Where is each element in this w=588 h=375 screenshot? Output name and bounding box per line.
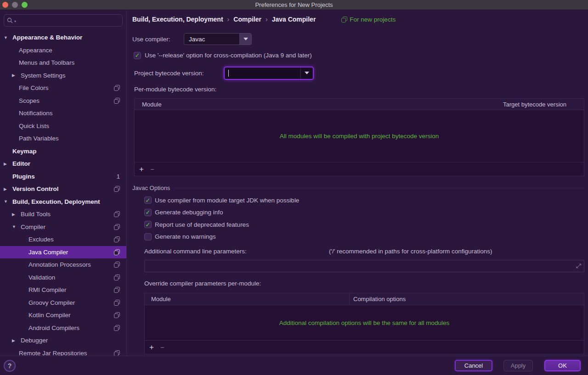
sidebar-item-appearance[interactable]: Appearance [0,44,126,57]
sidebar-item-excludes[interactable]: Excludes [0,233,126,246]
search-icon [7,17,13,24]
use-compiler-select[interactable]: Javac [184,33,252,45]
sidebar-item-appearance-behavior[interactable]: ▼Appearance & Behavior [0,31,126,44]
sidebar-item-system-settings[interactable]: ▶System Settings [0,69,126,82]
chevron-down-icon[interactable] [239,34,251,45]
sidebar-item-groovy-compiler[interactable]: Groovy Compiler [0,297,126,309]
breadcrumb-separator: › [266,16,268,23]
cancel-button[interactable]: Cancel [455,360,492,371]
expand-icon[interactable]: ⤢ [576,262,581,270]
breadcrumb-item[interactable]: Compiler [233,16,261,23]
shared-settings-icon [114,312,120,318]
add-button[interactable]: + [149,343,154,351]
override-table-empty-text: Additional compilation options will be t… [145,305,584,340]
text-caret [228,70,229,77]
shared-settings-icon [114,287,120,293]
remove-button[interactable]: − [150,166,154,173]
sidebar-item-annotation-processors[interactable]: Annotation Processors [0,258,126,271]
project-bytecode-label: Project bytecode version: [134,70,224,77]
column-header-module[interactable]: Module [145,293,350,305]
sidebar-item-scopes[interactable]: Scopes [0,95,126,107]
close-button[interactable] [2,2,8,8]
chevron-down-icon[interactable]: ▼ [4,199,12,204]
zoom-button[interactable] [22,2,28,8]
shared-settings-icon [114,262,120,268]
sidebar-item-label: Quick Lists [19,123,49,129]
shared-settings-icon [114,325,120,331]
cmd-params-label: Additional command line parameters: [144,248,329,255]
remove-button[interactable]: − [160,344,164,351]
chevron-right-icon[interactable]: ▶ [4,162,12,166]
sidebar-item-validation[interactable]: Validation [0,271,126,284]
shared-settings-icon [114,186,120,192]
sidebar-item-notifications[interactable]: Notifications [0,107,126,120]
option-row-generate-no-warnings: Generate no warnings [144,231,584,243]
chevron-right-icon[interactable]: ▶ [4,187,12,191]
sidebar-item-label: Build Tools [21,211,51,218]
minimize-button[interactable] [12,2,18,8]
generate-no-warnings-checkbox[interactable] [144,233,152,241]
search-options-icon[interactable]: ▾ [14,19,16,23]
per-module-table: Module Target bytecode version All modul… [134,98,584,176]
sidebar-item-file-colors[interactable]: File Colors [0,82,126,95]
settings-search[interactable]: ▾ [4,14,123,27]
apply-button[interactable]: Apply [503,360,533,371]
ok-button[interactable]: OK [544,360,581,371]
chevron-right-icon[interactable]: ▶ [12,212,21,217]
checkbox-label: Use compiler from module target JDK when… [155,197,299,204]
sidebar-item-kotlin-compiler[interactable]: Kotlin Compiler [0,309,126,322]
sidebar-item-label: Build, Execution, Deployment [12,198,100,205]
sidebar-item-debugger[interactable]: ▶Debugger [0,334,126,347]
search-input[interactable] [17,17,119,24]
sidebar-item-menus-and-toolbars[interactable]: Menus and Toolbars [0,56,126,69]
column-header-compilation-options[interactable]: Compilation options [350,293,584,305]
sidebar-item-editor[interactable]: ▶Editor [0,157,126,170]
sidebar-item-rmi-compiler[interactable]: RMI Compiler [0,284,126,297]
add-button[interactable]: + [139,165,144,173]
option-row-report-use-of-deprecated-features: Report use of deprecated features [144,218,584,231]
sidebar-item-path-variables[interactable]: Path Variables [0,132,126,145]
dialog-footer: ? Cancel Apply OK [0,356,588,375]
shared-settings-icon [114,236,120,242]
settings-tree: ▼Appearance & BehaviorAppearanceMenus an… [0,31,126,356]
project-bytecode-combobox[interactable] [224,67,314,80]
for-new-projects-label: For new projects [350,16,396,23]
breadcrumb-separator: › [227,16,230,23]
java-compiler-panel: Build, Execution, Deployment›Compiler›Ja… [127,10,588,356]
breadcrumb-item[interactable]: Java Compiler [272,16,316,23]
sidebar-item-quick-lists[interactable]: Quick Lists [0,120,126,133]
breadcrumb: Build, Execution, Deployment›Compiler›Ja… [132,16,316,23]
column-header-target-bytecode[interactable]: Target bytecode version [503,99,584,110]
sidebar-item-java-compiler[interactable]: Java Compiler [0,246,126,259]
report-use-of-deprecated-features-checkbox[interactable] [144,221,152,228]
sidebar-item-plugins[interactable]: Plugins1 [0,170,126,183]
sidebar-item-compiler[interactable]: ▼Compiler [0,221,126,234]
shared-settings-icon [114,249,120,255]
chevron-right-icon[interactable]: ▶ [12,73,21,78]
chevron-down-icon[interactable]: ▼ [12,224,21,229]
checkbox-label: Generate debugging info [155,209,223,216]
sidebar-item-build-tools[interactable]: ▶Build Tools [0,208,126,221]
chevron-down-icon[interactable]: ▼ [4,35,12,40]
sidebar-item-label: Appearance [19,47,52,54]
release-option-checkbox[interactable] [134,52,141,59]
chevron-right-icon[interactable]: ▶ [12,338,21,343]
sidebar-item-remote-jar-repositories[interactable]: Remote Jar Repositories [0,347,126,356]
column-header-module[interactable]: Module [135,99,503,110]
sidebar-item-version-control[interactable]: ▶Version Control [0,183,126,196]
checkbox-label: Report use of deprecated features [155,221,249,228]
chevron-down-icon[interactable] [300,67,313,79]
sidebar-item-android-compilers[interactable]: Android Compilers [0,322,126,335]
sidebar-item-label: Remote Jar Repositories [19,350,87,356]
option-row-generate-debugging-info: Generate debugging info [144,207,584,219]
help-button[interactable]: ? [4,360,16,372]
sidebar-item-build-execution-deployment[interactable]: ▼Build, Execution, Deployment [0,196,126,208]
sidebar-item-label: RMI Compiler [28,286,67,293]
use-compiler-from-module-target-jdk-when-possible-checkbox[interactable] [144,196,152,204]
shared-settings-icon [114,98,120,104]
javac-options-group: Use compiler from module target JDK when… [132,194,584,243]
generate-debugging-info-checkbox[interactable] [144,209,152,216]
sidebar-item-keymap[interactable]: Keymap [0,145,126,158]
breadcrumb-item[interactable]: Build, Execution, Deployment [132,16,223,23]
cmd-params-input[interactable] [147,263,576,269]
